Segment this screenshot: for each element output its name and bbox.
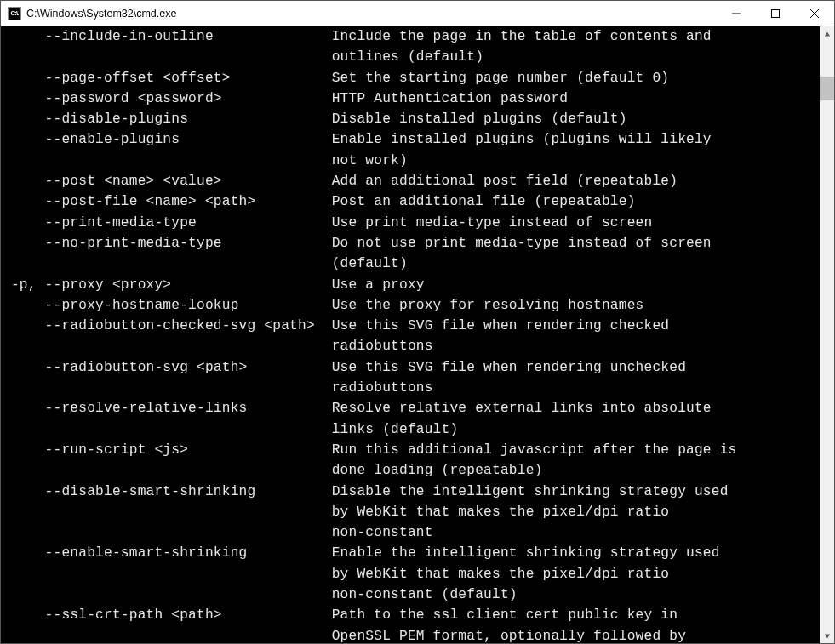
option-line: by WebKit that makes the pixel/dpi ratio: [3, 502, 820, 522]
scroll-up-button[interactable]: [820, 26, 834, 41]
window-title: C:\Windows\System32\cmd.exe: [26, 8, 176, 20]
chevron-down-icon: [824, 633, 831, 640]
option-line: radiobuttons: [3, 378, 820, 398]
option-line: --include-in-outline Include the page in…: [3, 26, 820, 47]
chevron-up-icon: [824, 31, 831, 37]
option-line: --enable-plugins Enable installed plugin…: [3, 129, 820, 150]
cmd-window: C:\. C:\Windows\System32\cmd.exe --inclu…: [0, 0, 835, 644]
svg-marker-4: [824, 31, 829, 36]
scroll-down-button[interactable]: [820, 629, 834, 643]
maximize-button[interactable]: [756, 1, 795, 26]
option-line: not work): [3, 151, 820, 171]
maximize-icon: [771, 9, 780, 18]
option-line: outlines (default): [3, 47, 820, 67]
option-line: radiobuttons: [3, 336, 820, 356]
minimize-icon: [732, 9, 741, 18]
option-line: non-constant: [3, 522, 820, 543]
option-line: -p, --proxy <proxy> Use a proxy: [3, 275, 820, 295]
option-line: --ssl-crt-path <path> Path to the ssl cl…: [3, 605, 820, 625]
option-line: --radiobutton-svg <path> Use this SVG fi…: [3, 357, 820, 378]
option-line: --disable-smart-shrinking Disable the in…: [3, 482, 820, 502]
option-line: --enable-smart-shrinking Enable the inte…: [3, 543, 820, 563]
close-button[interactable]: [795, 1, 834, 26]
scrollbar-thumb[interactable]: [820, 77, 834, 100]
minimize-button[interactable]: [717, 1, 756, 26]
option-line: --proxy-hostname-lookup Use the proxy fo…: [3, 295, 820, 316]
option-line: --post-file <name> <path> Post an additi…: [3, 191, 820, 212]
option-line: done loading (repeatable): [3, 460, 820, 481]
close-icon: [810, 9, 819, 18]
option-line: --run-script <js> Run this additional ja…: [3, 440, 820, 460]
console-output[interactable]: --include-in-outline Include the page in…: [1, 26, 820, 643]
option-line: --resolve-relative-links Resolve relativ…: [3, 398, 820, 419]
option-line: --password <password> HTTP Authenticatio…: [3, 88, 820, 109]
option-line: by WebKit that makes the pixel/dpi ratio: [3, 564, 820, 584]
option-line: --page-offset <offset> Set the starting …: [3, 68, 820, 88]
option-line: non-constant (default): [3, 584, 820, 605]
option-line: --no-print-media-type Do not use print m…: [3, 233, 820, 254]
client-area: --include-in-outline Include the page in…: [1, 26, 834, 643]
vertical-scrollbar[interactable]: [820, 26, 834, 643]
option-line: --disable-plugins Disable installed plug…: [3, 109, 820, 129]
option-line: links (default): [3, 419, 820, 440]
option-line: --radiobutton-checked-svg <path> Use thi…: [3, 316, 820, 336]
titlebar[interactable]: C:\. C:\Windows\System32\cmd.exe: [1, 1, 834, 26]
option-line: --post <name> <value> Add an additional …: [3, 171, 820, 191]
cmd-icon: C:\.: [8, 7, 21, 20]
svg-rect-1: [772, 9, 780, 17]
svg-marker-5: [824, 634, 829, 638]
option-line: OpenSSL PEM format, optionally followed …: [3, 626, 820, 643]
option-line: (default): [3, 254, 820, 274]
option-line: --print-media-type Use print media-type …: [3, 213, 820, 233]
scrollbar-track[interactable]: [820, 41, 834, 629]
